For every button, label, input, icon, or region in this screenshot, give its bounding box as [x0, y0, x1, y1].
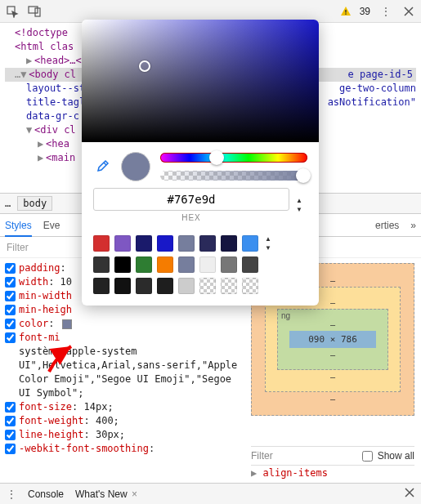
- tab-console[interactable]: Console: [28, 488, 64, 500]
- swatch[interactable]: [136, 278, 152, 294]
- swatch[interactable]: [221, 278, 237, 294]
- svg-rect-4: [345, 13, 346, 14]
- color-swatch[interactable]: [62, 319, 72, 329]
- prop-toggle[interactable]: [5, 277, 16, 288]
- prop-toggle[interactable]: [5, 291, 16, 301]
- callout-arrow: [45, 343, 78, 376]
- swatch[interactable]: [199, 278, 216, 294]
- swatch[interactable]: [199, 256, 216, 273]
- prop-line-height[interactable]: line-height: 30px;: [5, 428, 416, 442]
- alpha-slider[interactable]: [160, 171, 307, 181]
- swatch[interactable]: [242, 278, 258, 294]
- swatch[interactable]: [157, 235, 173, 252]
- prop-toggle[interactable]: [5, 305, 16, 315]
- swatch[interactable]: [178, 278, 195, 294]
- svg-rect-1: [29, 7, 38, 13]
- hex-label: HEX: [93, 213, 289, 222]
- warning-count[interactable]: 39: [360, 6, 370, 17]
- computed-filter-label: Filter: [251, 450, 273, 462]
- svg-rect-3: [345, 10, 346, 13]
- swatch[interactable]: [199, 235, 216, 252]
- swatch[interactable]: [157, 278, 173, 294]
- prop-toggle[interactable]: [5, 319, 16, 329]
- drawer-close-icon[interactable]: [405, 488, 414, 500]
- swatch[interactable]: [136, 256, 152, 273]
- swatch[interactable]: [242, 235, 258, 252]
- prop-toggle[interactable]: [5, 263, 16, 274]
- swatch[interactable]: [136, 235, 152, 252]
- swatch[interactable]: [221, 256, 237, 273]
- more-icon[interactable]: ⋮: [378, 4, 393, 19]
- swatch[interactable]: [93, 278, 110, 294]
- hex-input[interactable]: [93, 188, 289, 211]
- saturation-value-picker[interactable]: [82, 20, 319, 142]
- color-picker: HEX ▲▼ ▲▼: [82, 20, 319, 306]
- color-preview: [121, 152, 150, 181]
- prop-font-weight[interactable]: font-weight: 400;: [5, 414, 416, 428]
- padding-label: ng: [281, 311, 290, 320]
- swatch[interactable]: [242, 256, 258, 273]
- tab-whats-new[interactable]: What's New ×: [75, 488, 137, 500]
- swatch[interactable]: [114, 235, 131, 252]
- hue-slider[interactable]: [160, 153, 307, 163]
- content-size: 090 × 786: [289, 331, 376, 348]
- tab-events[interactable]: Eve: [43, 220, 60, 231]
- warning-icon[interactable]: [340, 6, 352, 17]
- prop-toggle[interactable]: [5, 444, 16, 454]
- breadcrumb-body[interactable]: body: [17, 196, 52, 211]
- prop-toggle[interactable]: [5, 402, 16, 413]
- inspect-icon[interactable]: [5, 4, 20, 19]
- computed-filter[interactable]: Filter Show all: [251, 446, 414, 466]
- device-toggle-icon[interactable]: [28, 4, 43, 19]
- show-all-label: Show all: [378, 450, 414, 462]
- swatch[interactable]: [114, 256, 131, 273]
- drawer-tabs: ⋮ Console What's New ×: [0, 483, 421, 504]
- swatch[interactable]: [221, 235, 237, 252]
- breadcrumb-ellipsis[interactable]: …: [5, 198, 11, 209]
- eyedropper-icon[interactable]: [93, 158, 111, 176]
- drawer-more-icon[interactable]: ⋮: [7, 488, 16, 500]
- computed-align-items[interactable]: ▶ align-items: [251, 467, 414, 479]
- hue-handle[interactable]: [209, 150, 224, 165]
- prop-toggle[interactable]: [5, 430, 16, 440]
- swatch[interactable]: [178, 256, 195, 273]
- show-all-checkbox[interactable]: [362, 451, 373, 462]
- filter-placeholder: Filter: [7, 242, 29, 253]
- swatch[interactable]: [93, 256, 110, 273]
- tab-properties[interactable]: erties: [375, 220, 399, 231]
- prop-toggle[interactable]: [5, 332, 16, 343]
- alpha-handle[interactable]: [296, 168, 311, 183]
- tabs-overflow-icon[interactable]: »: [410, 220, 416, 231]
- swatch[interactable]: [157, 256, 173, 273]
- tab-styles[interactable]: Styles: [5, 220, 32, 231]
- palette-stepper[interactable]: ▲▼: [265, 235, 276, 252]
- format-stepper[interactable]: ▲▼: [296, 197, 307, 213]
- prop-toggle[interactable]: [5, 416, 16, 426]
- swatch[interactable]: [178, 235, 195, 252]
- sv-handle[interactable]: [139, 60, 150, 72]
- swatch-palette: [93, 235, 258, 294]
- swatch[interactable]: [114, 278, 131, 294]
- swatch[interactable]: [93, 235, 110, 252]
- close-icon[interactable]: [401, 4, 416, 19]
